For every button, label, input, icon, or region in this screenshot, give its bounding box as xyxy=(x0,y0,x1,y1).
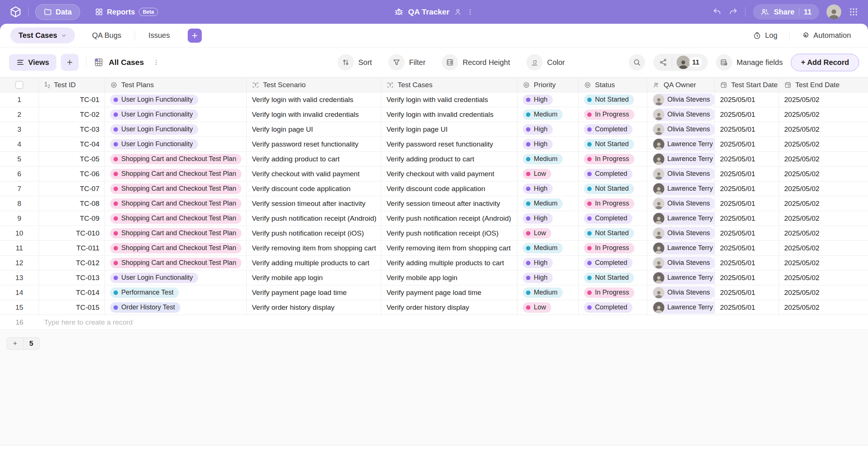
cell-cases[interactable]: Verify login page UI xyxy=(381,122,517,137)
cell-cases[interactable]: Verify password reset functionality xyxy=(381,137,517,151)
cell-cases[interactable]: Verify discount code application xyxy=(381,181,517,196)
cell-priority[interactable]: High xyxy=(517,92,579,107)
cell-status[interactable]: In Progress xyxy=(579,285,647,300)
cell-owner[interactable]: Olivia Stevens xyxy=(647,92,715,107)
views-button[interactable]: Views xyxy=(9,54,56,71)
nav-tab-reports[interactable]: Reports Beta xyxy=(87,4,166,20)
cell-start[interactable]: 2025/05/01 xyxy=(715,152,779,166)
cell-cases[interactable]: Verify payment page load time xyxy=(381,285,517,300)
cell-priority[interactable]: High xyxy=(517,137,579,151)
row-number[interactable]: 2 xyxy=(0,107,39,122)
cell-id[interactable]: TC-07 xyxy=(39,181,105,196)
cell-cases[interactable]: Verify push notification receipt (Androi… xyxy=(381,211,517,226)
cell-end[interactable]: 2025/05/02 xyxy=(779,300,868,315)
cell-priority[interactable]: Medium xyxy=(517,107,579,122)
cell-id[interactable]: TC-011 xyxy=(39,241,105,255)
cell-plan[interactable]: Shopping Cart and Checkout Test Plan xyxy=(105,256,247,270)
cell-owner[interactable]: Lawrence Terry xyxy=(647,300,715,315)
cell-id[interactable]: TC-010 xyxy=(39,226,105,240)
cell-priority[interactable]: Medium xyxy=(517,152,579,166)
cell-status[interactable]: In Progress xyxy=(579,152,647,166)
row-number[interactable]: 12 xyxy=(0,256,39,270)
cell-plan[interactable]: Shopping Cart and Checkout Test Plan xyxy=(105,211,247,226)
cell-id[interactable]: TC-08 xyxy=(39,196,105,211)
cell-end[interactable]: 2025/05/02 xyxy=(779,137,868,151)
cell-end[interactable]: 2025/05/02 xyxy=(779,92,868,107)
cell-plan[interactable]: Shopping Cart and Checkout Test Plan xyxy=(105,241,247,255)
cell-start[interactable]: 2025/05/01 xyxy=(715,241,779,255)
cell-cases[interactable]: Verify login with invalid credentials xyxy=(381,107,517,122)
cell-plan[interactable]: User Login Functionality xyxy=(105,107,247,122)
apps-grid-icon[interactable] xyxy=(849,7,858,17)
cell-end[interactable]: 2025/05/02 xyxy=(779,256,868,270)
cell-scenario[interactable]: Verify discount code application xyxy=(247,181,381,196)
cell-cases[interactable]: Verify login with valid credentials xyxy=(381,92,517,107)
cell-priority[interactable]: Medium xyxy=(517,241,579,255)
column-header-start[interactable]: Test Start Date xyxy=(715,78,779,92)
cell-priority[interactable]: High xyxy=(517,270,579,285)
row-number[interactable]: 1 xyxy=(0,92,39,107)
row-number[interactable]: 10 xyxy=(0,226,39,240)
cell-id[interactable]: TC-015 xyxy=(39,300,105,315)
cell-end[interactable]: 2025/05/02 xyxy=(779,152,868,166)
table-tab-qa-bugs[interactable]: QA Bugs xyxy=(84,27,129,43)
cell-owner[interactable]: Olivia Stevens xyxy=(647,256,715,270)
cell-id[interactable]: TC-06 xyxy=(39,167,105,181)
column-header-plan[interactable]: Test Plans xyxy=(105,78,247,92)
column-header-owner[interactable]: QA Owner xyxy=(647,78,715,92)
collaborator-icon[interactable] xyxy=(454,8,462,16)
cell-start[interactable]: 2025/05/01 xyxy=(715,196,779,211)
cell-end[interactable]: 2025/05/02 xyxy=(779,167,868,181)
cell-plan[interactable]: Order History Test xyxy=(105,300,247,315)
cell-id[interactable]: TC-012 xyxy=(39,256,105,270)
column-header-status[interactable]: Status xyxy=(579,78,647,92)
cell-scenario[interactable]: Verify payment page load time xyxy=(247,285,381,300)
current-view[interactable]: All Cases xyxy=(94,58,163,67)
cell-scenario[interactable]: Verify push notification receipt (Androi… xyxy=(247,211,381,226)
cell-scenario[interactable]: Verify removing item from shopping cart xyxy=(247,241,381,255)
cell-owner[interactable]: Olivia Stevens xyxy=(647,107,715,122)
cell-id[interactable]: TC-02 xyxy=(39,107,105,122)
cell-cases[interactable]: Verify push notification receipt (iOS) xyxy=(381,226,517,240)
cell-end[interactable]: 2025/05/02 xyxy=(779,211,868,226)
cell-scenario[interactable]: Verify order history display xyxy=(247,300,381,315)
cell-status[interactable]: Completed xyxy=(579,256,647,270)
column-header-id[interactable]: 12Test ID xyxy=(39,78,105,92)
cell-status[interactable]: Completed xyxy=(579,122,647,137)
table-tab-issues[interactable]: Issues xyxy=(140,27,178,43)
cell-id[interactable]: TC-014 xyxy=(39,285,105,300)
add-rows-button[interactable]: + xyxy=(7,338,23,349)
add-table-button[interactable] xyxy=(188,29,202,43)
cell-plan[interactable]: User Login Functionality xyxy=(105,122,247,137)
nav-tab-data[interactable]: Data xyxy=(35,4,80,20)
cell-plan[interactable]: Shopping Cart and Checkout Test Plan xyxy=(105,167,247,181)
cell-scenario[interactable]: Verify adding multiple products to cart xyxy=(247,256,381,270)
log-button[interactable]: Log xyxy=(746,28,784,43)
cell-status[interactable]: Not Started xyxy=(579,92,647,107)
cell-scenario[interactable]: Verify mobile app login xyxy=(247,270,381,285)
column-header-scenario[interactable]: Test Scenario xyxy=(247,78,381,92)
cell-owner[interactable]: Olivia Stevens xyxy=(647,167,715,181)
cell-status[interactable]: Not Started xyxy=(579,226,647,240)
manage-fields-button[interactable]: Manage fields xyxy=(716,54,783,70)
more-menu-icon[interactable] xyxy=(467,8,474,16)
row-number[interactable]: 4 xyxy=(0,137,39,151)
cell-plan[interactable]: Shopping Cart and Checkout Test Plan xyxy=(105,226,247,240)
cell-plan[interactable]: Shopping Cart and Checkout Test Plan xyxy=(105,196,247,211)
new-record-row[interactable]: 16Type here to create a record xyxy=(0,315,868,330)
cell-owner[interactable]: Olivia Stevens xyxy=(647,226,715,240)
cell-scenario[interactable]: Verify login with invalid credentials xyxy=(247,107,381,122)
row-number[interactable]: 8 xyxy=(0,196,39,211)
redo-icon[interactable] xyxy=(729,7,738,16)
row-number[interactable]: 5 xyxy=(0,152,39,166)
color-button[interactable]: Color xyxy=(526,54,565,70)
cell-id[interactable]: TC-03 xyxy=(39,122,105,137)
cell-plan[interactable]: Shopping Cart and Checkout Test Plan xyxy=(105,181,247,196)
cell-start[interactable]: 2025/05/01 xyxy=(715,167,779,181)
cell-scenario[interactable]: Verify adding product to cart xyxy=(247,152,381,166)
cell-end[interactable]: 2025/05/02 xyxy=(779,196,868,211)
cell-status[interactable]: Not Started xyxy=(579,137,647,151)
cell-owner[interactable]: Lawrence Terry xyxy=(647,211,715,226)
automation-button[interactable]: Automation xyxy=(795,28,858,43)
view-menu-icon[interactable] xyxy=(149,59,163,66)
